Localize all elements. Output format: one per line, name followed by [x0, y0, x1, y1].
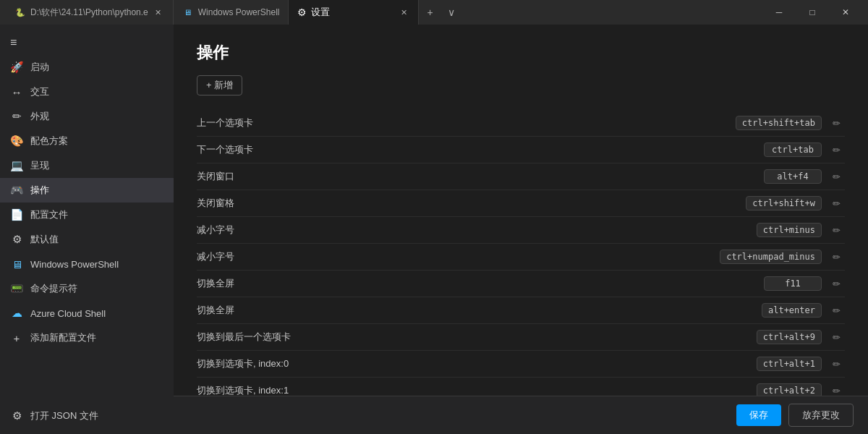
sidebar-items-container: 🚀 启动 ↔ 交互 ✏ 外观 🎨 配色方案 💻 呈现 🎮 操作 📄 配置文件 ⚙…	[0, 55, 174, 350]
action-name: 上一个选项卡	[197, 116, 736, 129]
python-tab-icon: 🐍	[14, 7, 26, 18]
tab-settings[interactable]: ⚙ 设置 ✕	[289, 0, 419, 25]
main-layout: ≡ 🚀 启动 ↔ 交互 ✏ 外观 🎨 配色方案 💻 呈现 🎮 操作 📄 配置文件…	[0, 25, 868, 434]
tab-powershell[interactable]: 🖥 Windows PowerShell	[174, 0, 289, 25]
close-button[interactable]: ✕	[829, 0, 862, 25]
action-row: 关闭窗格 ctrl+shift+w ✏	[197, 190, 845, 217]
tab-python[interactable]: 🐍 D:\软件\24.11\Python\python.e ✕	[6, 0, 174, 25]
bottom-bar: 保存 放弃更改	[174, 396, 868, 434]
startup-icon: 🚀	[10, 61, 23, 74]
title-bar: 🐍 D:\软件\24.11\Python\python.e ✕ 🖥 Window…	[0, 0, 868, 25]
defaults-label: 默认值	[30, 233, 59, 246]
action-edit-button[interactable]: ✏	[827, 382, 845, 396]
more-tabs-button[interactable]: ∨	[441, 0, 462, 25]
action-row: 关闭窗口 alt+f4 ✏	[197, 163, 845, 190]
powershell-tab-icon: 🖥	[182, 7, 194, 18]
action-row: 上一个选项卡 ctrl+shift+tab ✏	[197, 110, 845, 137]
action-edit-button[interactable]: ✏	[827, 195, 845, 212]
sidebar-item-actions[interactable]: 🎮 操作	[0, 178, 174, 203]
action-shortcut: alt+f4	[764, 169, 822, 184]
action-name: 切换到选项卡, index:0	[197, 357, 757, 370]
python-tab-close[interactable]: ✕	[153, 7, 164, 18]
cmd-icon: 📟	[10, 282, 23, 295]
azure-label: Azure Cloud Shell	[30, 308, 106, 319]
action-edit-button[interactable]: ✏	[827, 302, 845, 319]
json-icon: ⚙	[10, 409, 23, 422]
sidebar-item-appearance[interactable]: ✏ 外观	[0, 104, 174, 129]
maximize-button[interactable]: □	[796, 0, 829, 25]
action-row: 切换全屏 alt+enter ✏	[197, 297, 845, 324]
defaults-icon: ⚙	[10, 233, 23, 246]
sidebar-item-startup[interactable]: 🚀 启动	[0, 55, 174, 80]
azure-icon: ☁	[10, 307, 23, 320]
cmd-label: 命令提示符	[30, 282, 77, 295]
action-row: 减小字号 ctrl+minus ✏	[197, 217, 845, 244]
action-name: 切换到最后一个选项卡	[197, 331, 757, 344]
action-shortcut: alt+enter	[762, 303, 822, 318]
action-row: 减小字号 ctrl+numpad_minus ✏	[197, 244, 845, 271]
action-name: 下一个选项卡	[197, 143, 764, 156]
action-name: 切换全屏	[197, 304, 762, 317]
content-area: 操作 + 新增 上一个选项卡 ctrl+shift+tab ✏ 下一个选项卡 c…	[174, 25, 868, 396]
sidebar: ≡ 🚀 启动 ↔ 交互 ✏ 外观 🎨 配色方案 💻 呈现 🎮 操作 📄 配置文件…	[0, 25, 174, 434]
action-row: 切换全屏 f11 ✏	[197, 271, 845, 297]
action-edit-button[interactable]: ✏	[827, 275, 845, 292]
action-name: 关闭窗口	[197, 170, 764, 183]
action-shortcut: ctrl+numpad_minus	[720, 250, 822, 264]
actions-label: 操作	[30, 184, 49, 197]
action-name: 切换到选项卡, index:1	[197, 384, 757, 396]
tab-list: 🐍 D:\软件\24.11\Python\python.e ✕ 🖥 Window…	[6, 0, 762, 25]
appearance-label: 外观	[30, 110, 49, 123]
action-edit-button[interactable]: ✏	[827, 248, 845, 265]
action-edit-button[interactable]: ✏	[827, 221, 845, 239]
add-action-button[interactable]: + 新增	[197, 75, 242, 95]
sidebar-item-defaults[interactable]: ⚙ 默认值	[0, 227, 174, 252]
powershell-tab-label: Windows PowerShell	[198, 7, 280, 17]
interaction-label: 交互	[30, 85, 49, 98]
action-shortcut: ctrl+alt+1	[757, 357, 822, 371]
action-name: 减小字号	[197, 224, 757, 237]
settings-tab-close[interactable]: ✕	[398, 7, 409, 18]
addprofile-label: 添加新配置文件	[30, 331, 96, 344]
rendering-icon: 💻	[10, 159, 23, 172]
sidebar-item-colorscheme[interactable]: 🎨 配色方案	[0, 129, 174, 153]
hamburger-button[interactable]: ≡	[0, 30, 174, 55]
open-json-button[interactable]: ⚙ 打开 JSON 文件	[0, 404, 174, 428]
sidebar-item-addprofile[interactable]: + 添加新配置文件	[0, 326, 174, 350]
discard-button[interactable]: 放弃更改	[788, 404, 854, 427]
action-row: 切换到选项卡, index:1 ctrl+alt+2 ✏	[197, 378, 845, 396]
sidebar-item-interaction[interactable]: ↔ 交互	[0, 80, 174, 104]
window-controls: ─ □ ✕	[762, 0, 862, 25]
action-row: 下一个选项卡 ctrl+tab ✏	[197, 137, 845, 163]
appearance-icon: ✏	[10, 110, 23, 123]
sidebar-item-powershell[interactable]: 🖥 Windows PowerShell	[0, 252, 174, 276]
page-title: 操作	[197, 42, 845, 64]
addprofile-icon: +	[10, 331, 23, 344]
sidebar-item-rendering[interactable]: 💻 呈现	[0, 153, 174, 178]
action-edit-button[interactable]: ✏	[827, 114, 845, 132]
rendering-label: 呈现	[30, 159, 49, 172]
actions-list: 上一个选项卡 ctrl+shift+tab ✏ 下一个选项卡 ctrl+tab …	[197, 110, 845, 396]
colorscheme-icon: 🎨	[10, 135, 23, 148]
python-tab-label: D:\软件\24.11\Python\python.e	[30, 7, 148, 19]
minimize-button[interactable]: ─	[762, 0, 796, 25]
sidebar-item-profileconfig[interactable]: 📄 配置文件	[0, 203, 174, 227]
sidebar-item-azure[interactable]: ☁ Azure Cloud Shell	[0, 301, 174, 326]
action-edit-button[interactable]: ✏	[827, 141, 845, 158]
open-json-label: 打开 JSON 文件	[30, 409, 98, 422]
actions-icon: 🎮	[10, 184, 23, 197]
settings-tab-label: 设置	[311, 6, 330, 19]
action-edit-button[interactable]: ✏	[827, 328, 845, 346]
profileconfig-icon: 📄	[10, 208, 23, 221]
new-tab-button[interactable]: +	[419, 0, 441, 25]
sidebar-item-cmd[interactable]: 📟 命令提示符	[0, 276, 174, 301]
startup-label: 启动	[30, 61, 49, 74]
action-edit-button[interactable]: ✏	[827, 355, 845, 373]
action-name: 切换全屏	[197, 277, 764, 290]
save-button[interactable]: 保存	[736, 404, 781, 426]
action-row: 切换到最后一个选项卡 ctrl+alt+9 ✏	[197, 324, 845, 351]
action-shortcut: f11	[764, 276, 822, 291]
action-edit-button[interactable]: ✏	[827, 168, 845, 185]
action-shortcut: ctrl+minus	[757, 223, 822, 237]
action-shortcut: ctrl+alt+2	[757, 383, 822, 396]
